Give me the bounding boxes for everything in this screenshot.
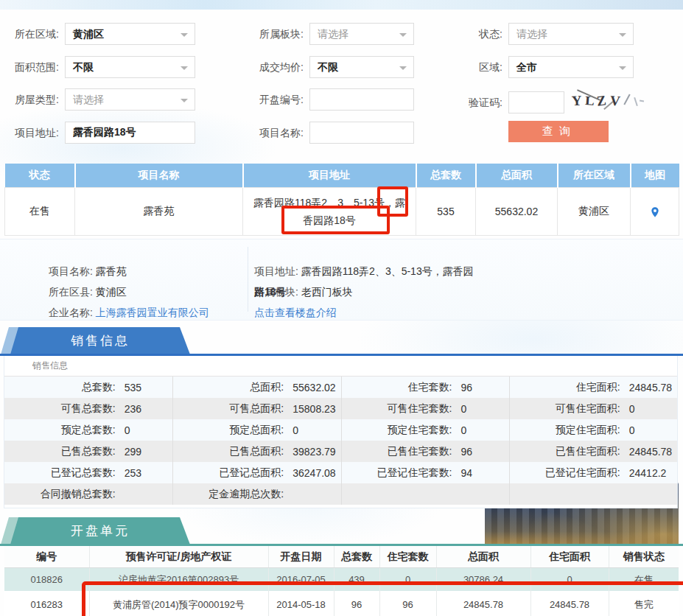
sales-label: 可售总面积:: [173, 402, 284, 416]
sales-cell: 已售总套数:299: [4, 441, 172, 462]
detail-address-label: 项目地址:: [254, 265, 298, 277]
units-cell: 96: [334, 591, 379, 616]
sales-label: 已登记住宅面积:: [510, 466, 620, 480]
sales-cell: 合同撤销总套数:: [4, 483, 172, 505]
captcha-noise: [634, 97, 638, 106]
sales-cell: 已售总面积:39823.79: [172, 441, 340, 462]
sales-label: 已售总面积:: [173, 445, 284, 458]
chevron-down-icon: [619, 33, 626, 37]
sales-cell: 已登记总套数:253: [4, 462, 172, 483]
sales-label: 已登记总套数:: [4, 466, 116, 480]
sales-label: 已售住宅套数:: [342, 445, 452, 458]
sales-label: 住宅面积:: [510, 381, 620, 394]
sales-value: 36247.08: [293, 467, 335, 479]
results-table: 状态 项目名称 项目地址 总套数 总面积 所在区域 地图 在售 露香苑 露香园路…: [4, 164, 679, 236]
avg-price-value: 不限: [318, 61, 338, 73]
captcha-noise: [640, 99, 644, 102]
sales-cell: 定金逾期总次数:: [172, 483, 340, 505]
house-type-placeholder: 请选择: [73, 94, 104, 105]
res-area-cell: 24845.78: [530, 591, 609, 616]
col-res-area: 住宅面积: [530, 546, 609, 568]
sales-row: 可售总套数:236 可售总面积:15808.23 可售住宅套数:0 可售住宅面积…: [4, 398, 677, 419]
sales-cell: 已登记住宅面积:24412.2: [509, 462, 677, 483]
sales-info-tab[interactable]: 销售信息: [10, 327, 190, 354]
region-select-value: 全市: [516, 61, 537, 73]
detail-company-line: 企业名称: 上海露香园置业有限公司: [49, 305, 209, 320]
total-units-cell: 535: [416, 188, 476, 236]
sales-value: 253: [125, 467, 141, 479]
sales-grid: 总套数:535 总面积:55632.02 住宅套数:96 住宅面积:24845.…: [4, 377, 677, 505]
opening-tab-label: 开盘单元: [10, 517, 190, 545]
chevron-down-icon: [399, 66, 407, 70]
res-units-cell: 0: [379, 568, 436, 592]
sales-cell: 总套数:535: [4, 377, 172, 398]
sales-cell: 可售住宅套数:0: [341, 398, 509, 419]
project-name-input[interactable]: [309, 122, 414, 144]
detail-sector-value: 老西门板块: [301, 286, 353, 298]
sector-select[interactable]: 请选择: [309, 23, 414, 45]
sales-value: 24845.78: [629, 382, 672, 393]
sales-cell: 预定住宅套数:0: [341, 419, 509, 441]
sales-value: 0: [629, 424, 635, 436]
detail-county-label: 所在区县:: [49, 286, 93, 298]
sector-label: 所属板块:: [248, 23, 304, 45]
captcha-label: 验证码:: [446, 91, 502, 113]
area-select[interactable]: 黄浦区: [65, 23, 195, 45]
project-address-cell: 露香园路118弄2、3、5-13号，露 香园路18号: [243, 188, 416, 236]
captcha-noise: [623, 94, 630, 105]
sales-label: 可售住宅套数:: [342, 402, 452, 416]
area-cell: 24845.78: [436, 591, 530, 616]
sales-subtitle: 销售信息: [4, 356, 677, 377]
detail-address-line: 项目地址: 露香园路118弄2、3、5-13号，露香园: [254, 264, 474, 279]
sales-value: 96: [460, 446, 472, 458]
sales-row: 总套数:535 总面积:55632.02 住宅套数:96 住宅面积:24845.…: [4, 377, 677, 398]
search-button[interactable]: 查询: [508, 121, 609, 142]
col-district: 所在区域: [558, 164, 631, 188]
col-license: 预售许可证/房地产权证: [89, 546, 268, 568]
col-project-address: 项目地址: [243, 164, 416, 188]
avg-price-label: 成交均价:: [248, 56, 304, 78]
top-banner-strip: [0, 0, 683, 10]
sales-value: 0: [629, 403, 635, 415]
opening-units-table: 编号 预售许可证/房地产权证 开盘日期 总套数 住宅套数 总面积 住宅面积 销售…: [4, 546, 679, 616]
project-address-input[interactable]: [65, 122, 195, 144]
status-select[interactable]: 请选择: [508, 23, 634, 45]
opening-row: 018826 沪房地黄字2016第002893号 2016-07-05 439 …: [4, 568, 679, 592]
sales-label: 合同撤销总套数:: [4, 488, 116, 501]
address-line1: 露香园路118弄2、3、5-13号，露: [253, 197, 405, 209]
map-cell: [631, 188, 679, 236]
sales-row: 合同撤销总套数: 定金逾期总次数:: [4, 483, 677, 505]
results-row: 在售 露香苑 露香园路118弄2、3、5-13号，露 香园路18号 535 55…: [5, 188, 679, 236]
house-type-select[interactable]: 请选择: [65, 88, 195, 111]
house-type-label: 房屋类型:: [3, 88, 59, 111]
intro-link[interactable]: 点击查看楼盘介绍: [254, 307, 337, 318]
sale-status-cell: 在售: [609, 568, 679, 592]
col-res-units: 住宅套数: [379, 546, 436, 568]
sales-cell: 已售住宅套数:96: [341, 441, 509, 462]
sales-label: 住宅套数:: [342, 381, 452, 394]
captcha-image[interactable]: Y L Z V: [570, 91, 656, 113]
col-area: 总面积: [436, 546, 530, 568]
captcha-input[interactable]: [508, 91, 564, 113]
district-cell: 黄浦区: [558, 188, 631, 236]
col-map: 地图: [631, 164, 679, 188]
sales-cell: 预定总套数:0: [4, 419, 172, 441]
opening-units-tab[interactable]: 开盘单元: [10, 517, 190, 545]
address-line2: 香园路18号: [303, 214, 356, 226]
chevron-down-icon: [619, 66, 626, 70]
license-cell: 黄浦房管(2014)预字0000192号: [89, 591, 268, 616]
sales-cell: 预定住宅面积:0: [509, 419, 677, 441]
sales-label: 已售总套数:: [4, 445, 116, 458]
region-select[interactable]: 全市: [508, 56, 634, 78]
page: 所在区域: 黄浦区 所属板块: 请选择 状态: 请选择 面积范围: 不限 成交均…: [0, 0, 683, 616]
map-pin-icon[interactable]: [649, 206, 661, 218]
company-link[interactable]: 上海露香园置业有限公司: [96, 307, 209, 318]
opening-no-input[interactable]: [309, 88, 414, 111]
size-range-select[interactable]: 不限: [65, 56, 195, 78]
sales-value: 55632.02: [293, 382, 335, 393]
project-name-label: 项目名称:: [248, 122, 304, 144]
sales-value: 39823.79: [293, 446, 335, 458]
chevron-down-icon: [399, 33, 407, 37]
sales-value: 535: [125, 382, 141, 393]
avg-price-select[interactable]: 不限: [309, 56, 414, 78]
